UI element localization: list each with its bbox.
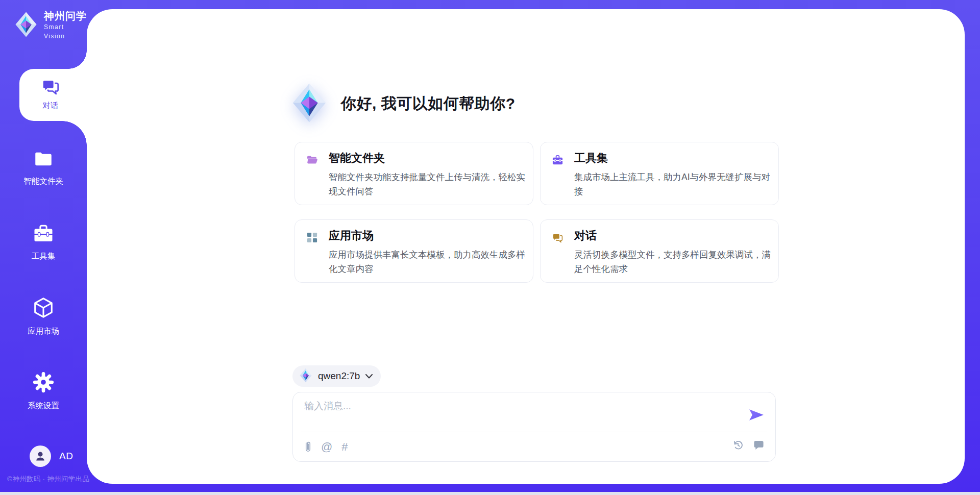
- card-description: 灵活切换多模型文件，支持多样回复效果调试，满足个性化需求: [574, 247, 771, 276]
- toolbox-icon: [552, 154, 564, 168]
- card-description: 应用市场提供丰富长文本模板，助力高效生成多样化文章内容: [329, 247, 526, 276]
- chevron-down-icon: [365, 372, 373, 381]
- user-account[interactable]: AD: [30, 445, 73, 467]
- sidebar-item-app-market[interactable]: 应用市场: [0, 296, 87, 337]
- grid-icon: [306, 232, 318, 245]
- card-description: 集成市场上主流工具，助力AI与外界无缝扩展与对接: [574, 170, 771, 199]
- composer-divider: [301, 432, 767, 432]
- send-button[interactable]: [749, 409, 764, 421]
- comment-icon: [753, 440, 764, 451]
- toolbox-icon: [0, 223, 87, 246]
- card-title: 应用市场: [329, 228, 374, 243]
- avatar: [30, 445, 51, 467]
- chat-icon: [19, 77, 82, 98]
- greeting-text: 你好, 我可以如何帮助你?: [341, 93, 516, 114]
- sidebar-item-label: 应用市场: [0, 326, 87, 337]
- brand-subtitle: Smart Vision: [44, 23, 65, 40]
- sidebar: 神州问学 Smart Vision 对话 智能文件夹: [0, 0, 87, 495]
- brand-logo-icon: [14, 11, 38, 40]
- history-button[interactable]: [732, 439, 744, 451]
- sidebar-item-toolset[interactable]: 工具集: [0, 223, 87, 262]
- folder-icon: [0, 148, 87, 171]
- user-icon: [34, 450, 47, 463]
- sidebar-item-label: 对话: [19, 101, 82, 111]
- brand: 神州问学 Smart Vision: [14, 10, 87, 40]
- composer-actions-right: [732, 439, 764, 451]
- greeting: 你好, 我可以如何帮助你?: [291, 82, 516, 126]
- composer-actions-left: @ #: [304, 439, 348, 455]
- model-selector[interactable]: qwen2:7b: [292, 365, 381, 387]
- paperclip-icon: [304, 440, 312, 454]
- brand-name: 神州问学: [44, 10, 87, 21]
- feature-cards: 智能文件夹 智能文件夹功能支持批量文件上传与清洗，轻松实现文件问答 工具集 集成…: [295, 142, 779, 283]
- sidebar-item-chat[interactable]: 对话: [19, 69, 87, 121]
- gear-icon: [0, 370, 87, 396]
- card-title: 工具集: [574, 151, 608, 166]
- folder-icon: [306, 154, 318, 168]
- sidebar-item-settings[interactable]: 系统设置: [0, 370, 87, 411]
- card-app-market[interactable]: 应用市场 应用市场提供丰富长文本模板，助力高效生成多样化文章内容: [295, 219, 533, 283]
- card-toolset[interactable]: 工具集 集成市场上主流工具，助力AI与外界无缝扩展与对接: [540, 142, 779, 205]
- mention-button[interactable]: @: [321, 439, 332, 455]
- topic-button[interactable]: #: [341, 439, 348, 455]
- main-content-panel: 你好, 我可以如何帮助你? 智能文件夹 智能文件夹功能支持批量文件上传与清洗，轻…: [87, 9, 965, 484]
- model-name: qwen2:7b: [318, 370, 360, 382]
- send-icon: [749, 409, 764, 421]
- sidebar-item-smart-folder[interactable]: 智能文件夹: [0, 148, 87, 187]
- user-initials: AD: [59, 451, 73, 462]
- message-input[interactable]: [304, 400, 743, 429]
- card-smart-folder[interactable]: 智能文件夹 智能文件夹功能支持批量文件上传与清洗，轻松实现文件问答: [295, 142, 533, 205]
- cube-icon: [0, 296, 87, 321]
- chat-icon: [552, 232, 564, 245]
- sidebar-item-label: 智能文件夹: [0, 176, 87, 187]
- copyright-footer: ©神州数码 · 神州问学出品: [7, 475, 96, 484]
- card-chat[interactable]: 对话 灵活切换多模型文件，支持多样回复效果调试，满足个性化需求: [540, 219, 779, 283]
- card-description: 智能文件夹功能支持批量文件上传与清洗，轻松实现文件问答: [329, 170, 526, 199]
- history-icon: [732, 439, 744, 451]
- comment-button[interactable]: [753, 440, 764, 451]
- attach-button[interactable]: [304, 440, 312, 454]
- card-title: 智能文件夹: [329, 151, 385, 166]
- card-title: 对话: [574, 228, 597, 243]
- model-logo-icon: [299, 368, 312, 385]
- bottom-edge-strip: [0, 492, 980, 495]
- sidebar-item-label: 工具集: [0, 251, 87, 262]
- message-composer: @ #: [292, 392, 776, 462]
- sidebar-item-label: 系统设置: [0, 401, 87, 411]
- assistant-logo-icon: [291, 82, 328, 126]
